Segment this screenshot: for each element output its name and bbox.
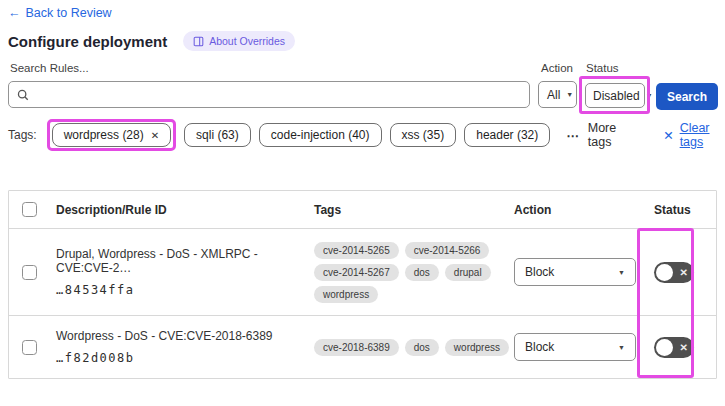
table-row: Wordpress - DoS - CVE:CVE-2018-6389 …f82… [9,316,716,378]
toggle-off-icon: ✕ [680,267,688,278]
tag-filter-wordpress[interactable]: wordpress (28) ✕ [52,123,171,147]
tag-filter-label: wordpress (28) [64,128,144,142]
status-toggle-off[interactable]: ✕ [654,262,694,283]
caret-down-icon: ▼ [646,92,653,99]
action-filter-value: All [547,88,560,102]
rule-tag: cve-2018-6389 [314,339,399,356]
select-all-checkbox[interactable] [22,202,37,217]
search-icon [17,89,29,101]
rule-tag: cve-2014-5267 [314,264,399,281]
action-select-value: Block [525,340,554,354]
more-tags-button[interactable]: ⋯ More tags [566,121,631,149]
search-rules-field[interactable] [8,81,530,108]
rule-tag: cve-2014-5266 [405,242,490,259]
action-select-value: Block [525,265,554,279]
tag-filter-xss[interactable]: xss (35) [390,123,457,147]
remove-tag-icon[interactable]: ✕ [151,130,159,141]
rule-id: …84534ffa [56,283,296,297]
page-title: Configure deployment [8,33,167,50]
rule-tags: cve-2018-6389 dos wordpress [306,339,514,356]
selected-tag-highlight-annotation: wordpress (28) ✕ [47,119,176,151]
action-select-dropdown[interactable]: Block ▼ [514,333,636,361]
column-header-tags: Tags [306,203,506,217]
toggle-off-icon: ✕ [680,342,688,353]
back-link-label: Back to Review [26,6,112,20]
caret-down-icon: ▼ [566,91,573,98]
action-filter-dropdown[interactable]: All ▼ [538,81,577,108]
caret-down-icon: ▼ [618,269,625,276]
search-rules-input[interactable] [29,82,529,107]
ellipsis-icon: ⋯ [566,128,580,143]
status-filter-value: Disabled [593,89,640,103]
back-arrow-icon: ← [8,6,21,20]
more-tags-label: More tags [588,121,631,149]
tag-filter-code-injection[interactable]: code-injection (40) [259,123,382,147]
clear-tags-button[interactable]: ✕ Clear tags [663,121,725,149]
column-header-status: Status [646,203,716,217]
rule-description: Drupal, Wordpress - DoS - XMLRPC - CVE:C… [56,247,296,275]
tag-filter-label: xss (35) [402,128,445,142]
column-header-description: Description/Rule ID [56,203,306,217]
rule-id: …f82d008b [56,351,296,365]
toggle-knob [656,339,673,356]
tag-filter-label: header (32) [476,128,538,142]
tag-filter-header[interactable]: header (32) [464,123,550,147]
rule-tag: cve-2014-5265 [314,242,399,259]
column-header-action: Action [506,203,646,217]
rule-tag: dos [405,339,439,356]
status-filter-label: Status [586,62,619,74]
row-checkbox[interactable] [22,340,37,355]
about-overrides-badge[interactable]: About Overrides [183,31,295,51]
tag-filter-sqli[interactable]: sqli (63) [184,123,251,147]
back-to-review-link[interactable]: ← Back to Review [8,6,112,20]
rule-tag: wordpress [445,339,509,356]
tags-label: Tags: [8,128,37,142]
table-header-row: Description/Rule ID Tags Action Status [9,191,716,229]
clear-tags-label: Clear tags [680,121,725,149]
status-toggle-off[interactable]: ✕ [654,337,694,358]
rule-tag: wordpress [314,286,378,303]
action-select-dropdown[interactable]: Block ▼ [514,258,636,286]
action-filter-label: Action [541,62,573,74]
search-rules-label: Search Rules... [10,62,89,74]
rule-description: Wordpress - DoS - CVE:CVE-2018-6389 [56,329,296,343]
tags-filter-bar: Tags: wordpress (28) ✕ sqli (63) code-in… [8,118,725,152]
toggle-knob [656,264,673,281]
tag-filter-label: sqli (63) [196,128,239,142]
rule-tags: cve-2014-5265 cve-2014-5266 cve-2014-526… [306,242,514,303]
about-overrides-label: About Overrides [209,35,285,47]
search-button[interactable]: Search [656,83,718,110]
rules-table: Description/Rule ID Tags Action Status D… [8,190,717,379]
tag-filter-label: code-injection (40) [271,128,370,142]
status-filter-dropdown[interactable]: Disabled ▼ [585,83,645,108]
book-icon [193,36,204,47]
configure-deployment-page: ← Back to Review Configure deployment Ab… [0,0,725,406]
caret-down-icon: ▼ [618,344,625,351]
rule-tag: drupal [445,264,491,281]
row-checkbox[interactable] [22,265,37,280]
table-row: Drupal, Wordpress - DoS - XMLRPC - CVE:C… [9,229,716,316]
rule-tag: dos [405,264,439,281]
title-row: Configure deployment About Overrides [8,31,295,51]
clear-icon: ✕ [663,128,673,143]
